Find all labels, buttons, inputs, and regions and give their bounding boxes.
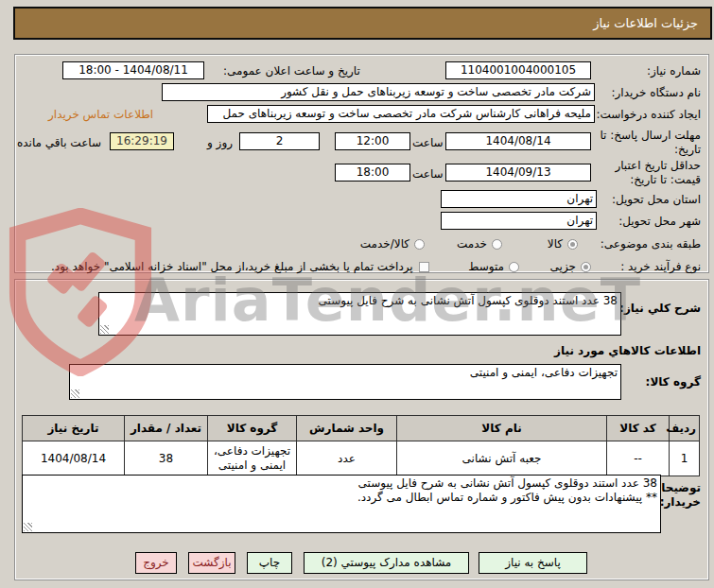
response-time-field[interactable]: 12:00 bbox=[335, 132, 410, 150]
radio-option-service[interactable]: خدمت bbox=[457, 237, 502, 251]
cell-item-code: -- bbox=[607, 441, 670, 476]
province-field[interactable]: تهران bbox=[441, 190, 597, 208]
response-deadline-date-field[interactable]: 1404/08/14 bbox=[445, 132, 591, 150]
need-number-label: شماره نیاز: bbox=[647, 64, 701, 78]
resize-grip-icon[interactable] bbox=[71, 389, 79, 398]
page-title: جزئیات اطلاعات نیاز bbox=[593, 16, 698, 30]
remaining-days-field: 2 bbox=[239, 132, 320, 150]
radio-icon[interactable] bbox=[567, 239, 578, 250]
request-creator-field[interactable]: ملیحه فراهانی کارشناس شرکت مادر تخصصی سا… bbox=[207, 105, 595, 123]
col-item-group: گروه کالا bbox=[208, 416, 297, 441]
respond-to-need-button[interactable]: پاسخ به نیاز bbox=[479, 552, 587, 574]
hours-remaining-label: ساعت باقي مانده bbox=[17, 136, 101, 149]
goods-section-heading: اطلاعات کالاهاي مورد نیاز bbox=[554, 344, 701, 357]
city-label: شهر محل تحویل: bbox=[618, 215, 701, 228]
buyer-org-label: نام دستگاه خریدار: bbox=[612, 86, 702, 99]
province-label: استان محل تحویل: bbox=[612, 193, 701, 206]
buyer-notes-line: 38 عدد استند دوقلوی کپسول آتش نشانی به ش… bbox=[26, 476, 657, 491]
col-count-unit: واحد شمارش bbox=[297, 416, 397, 441]
buyer-org-field[interactable]: شرکت مادر تخصصی ساخت و توسعه زیربناهای ح… bbox=[162, 83, 595, 101]
radio-option-minor[interactable]: جزیی bbox=[550, 260, 591, 273]
price-validity-time-field[interactable]: 18:00 bbox=[335, 164, 410, 182]
buyer-notes-textarea[interactable]: 38 عدد استند دوقلوی کپسول آتش نشانی به ش… bbox=[22, 475, 661, 533]
buyer-notes-line: ** پیشنهادات بدون پیش فاکتور و شماره تما… bbox=[26, 491, 657, 505]
cell-item-name: جعبه آتش نشانی bbox=[397, 441, 607, 476]
announce-datetime-field[interactable]: 1404/08/11 - 18:00 bbox=[62, 61, 204, 79]
goods-group-label: گروه کالا: bbox=[646, 375, 701, 389]
goods-table-row[interactable]: 1 -- جعبه آتش نشانی عدد تجهیزات دفاعی، ا… bbox=[23, 441, 700, 476]
exit-button[interactable]: خروج bbox=[135, 552, 177, 574]
countdown-timer: 16:29:19 bbox=[110, 132, 174, 150]
view-attached-docs-button[interactable]: مشاهده مدارک پیوستي (2) bbox=[304, 552, 469, 574]
days-and-label: روز و bbox=[207, 136, 233, 149]
need-desc-label: شرح کلي نیاز: bbox=[619, 302, 701, 315]
response-hour-label: ساعت bbox=[412, 136, 444, 149]
buyer-contact-link[interactable]: اطلاعات تماس خریدار bbox=[48, 108, 153, 121]
col-item-code: کد کالا bbox=[607, 416, 670, 441]
need-desc-textarea[interactable]: 38 عدد استند دوقلوی کپسول آتش نشانی به ش… bbox=[98, 292, 621, 336]
request-creator-label: ایجاد کننده درخواست: bbox=[596, 108, 701, 121]
price-validity-date-field[interactable]: 1404/09/13 bbox=[445, 164, 591, 182]
cell-need-date: 1404/08/14 bbox=[23, 441, 125, 476]
radio-option-goods-service[interactable]: کالا/خدمت bbox=[360, 237, 425, 251]
checkbox-icon[interactable] bbox=[419, 262, 429, 272]
back-button[interactable]: بازگشت bbox=[188, 552, 235, 574]
need-details-groupbox: شرح کلي نیاز: 38 عدد استند دوقلوی کپسول … bbox=[14, 279, 709, 580]
resize-grip-icon[interactable] bbox=[24, 523, 32, 531]
radio-icon[interactable] bbox=[509, 262, 519, 272]
city-field[interactable]: تهران bbox=[441, 212, 597, 230]
cell-row-number: 1 bbox=[670, 441, 700, 476]
cell-count-unit: عدد bbox=[297, 441, 397, 476]
resize-grip-icon[interactable] bbox=[100, 325, 109, 334]
print-button[interactable]: چاپ bbox=[247, 552, 292, 574]
announce-datetime-label: تاریخ و ساعت اعلان عمومی: bbox=[223, 64, 360, 78]
response-deadline-label: مهلت ارسال پاسخ: تا تاریخ: bbox=[585, 129, 701, 157]
goods-group-textarea[interactable]: تجهیزات دفاعی، ایمنی و امنیتی bbox=[69, 364, 621, 400]
need-details-page: { "title_bar": { "title": "جزئیات اطلاعا… bbox=[0, 0, 714, 588]
goods-table-header-row: ردیف کد کالا نام کالا واحد شمارش گروه کا… bbox=[23, 416, 700, 441]
price-validity-label: حداقل تاریخ اعتبار قیمت: تا تاریخ: bbox=[585, 159, 701, 187]
radio-icon[interactable] bbox=[414, 239, 425, 250]
radio-icon[interactable] bbox=[581, 262, 591, 272]
goods-table: ردیف کد کالا نام کالا واحد شمارش گروه کا… bbox=[22, 415, 700, 476]
need-number-field[interactable]: 1104001004000105 bbox=[445, 61, 591, 79]
col-quantity: تعداد / مقدار bbox=[125, 416, 208, 441]
cell-item-group: تجهیزات دفاعی، ایمنی و امنیتی bbox=[208, 441, 297, 476]
radio-option-goods[interactable]: کالا bbox=[548, 237, 578, 251]
col-row-number: ردیف bbox=[670, 416, 700, 441]
title-bar: جزئیات اطلاعات نیاز bbox=[13, 7, 712, 40]
treasury-checkbox-option[interactable]: پرداخت تمام یا بخشی از مبلغ خرید،از محل … bbox=[51, 260, 429, 273]
purchase-type-label: نوع فرآیند خرید : bbox=[620, 260, 701, 273]
radio-icon[interactable] bbox=[492, 239, 502, 250]
col-need-date: تاریخ نیاز bbox=[23, 416, 125, 441]
subject-class-label: طبقه بندی موضوعی: bbox=[601, 237, 701, 251]
radio-option-medium[interactable]: متوسط bbox=[468, 260, 519, 273]
price-validity-hour-label: ساعت bbox=[412, 167, 444, 181]
col-item-name: نام کالا bbox=[397, 416, 607, 441]
cell-quantity: 38 bbox=[125, 441, 208, 476]
need-info-groupbox: شماره نیاز: 1104001004000105 تاریخ و ساع… bbox=[14, 54, 709, 273]
